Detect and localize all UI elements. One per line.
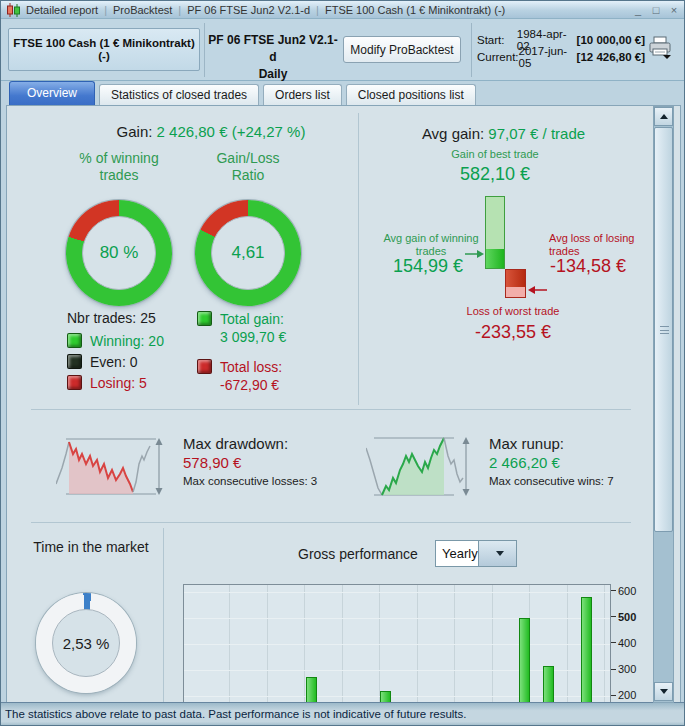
nbr-trades-label: Nbr trades: 25 [67,310,156,326]
avg-loss-label: Avg loss of losing trades [549,232,641,258]
winning-count: Winning: 20 [90,333,164,349]
avg-win-value: 154,99 € [369,256,487,277]
column-divider [358,113,359,405]
even-count: Even: 0 [90,354,137,370]
instrument-box[interactable]: FTSE 100 Cash (1 € Minikontrakt) (-) [8,28,200,71]
titlebar[interactable]: Detailed report | ProBacktest | PF 06 FT… [1,1,684,19]
total-gain-row: Total gain: [197,311,286,327]
title-separator: | [316,4,319,16]
avg-gain-label: Avg gain: [422,125,484,142]
gross-performance-chart [183,584,611,704]
time-in-market-title: Time in the market [31,539,151,556]
worst-trade-bar [505,269,526,298]
gross-performance-bar [581,597,592,704]
gain-summary: Gain: 2 426,80 € (+24,27 %) [61,123,361,140]
max-consecutive-wins: Max consecutive wins: 7 [489,472,614,490]
time-in-market-gauge: 2,53 % [36,593,136,693]
window-title-report: Detailed report [26,4,98,16]
winning-trades-donut: 80 % [66,200,172,306]
y-axis-tick: 200 [611,688,636,702]
worst-trade-value: -233,55 € [438,322,588,343]
title-separator: | [104,4,107,16]
gain-loss-ratio-donut: 4,61 [195,200,301,306]
report-tabs: Overview Statistics of closed trades Ord… [1,81,684,105]
section-divider [31,409,631,410]
window-title-strategy: PF 06 FTSE Jun2 V2.1-d [187,4,310,16]
period-dropdown-value: Yearly [436,546,478,561]
current-amount: [12 426,80 €] [577,51,645,63]
tab-closed-positions-list[interactable]: Closed positions list [346,84,476,105]
total-gain-swatch-icon [197,311,212,326]
legend-row-losing: Losing: 5 [67,372,164,393]
start-amount: [10 000,00 €] [577,34,645,46]
best-trade-label: Gain of best trade [421,148,569,161]
gross-performance-label: Gross performance [298,546,418,562]
avg-gain-summary: Avg gain: 97,07 € / trade [381,125,626,142]
losing-swatch-icon [67,375,82,390]
detailed-report-window: Detailed report | ProBacktest | PF 06 FT… [0,0,685,726]
strategy-title: PF 06 FTSE Jun2 V2.1-d [207,32,339,66]
drawdown-sparkline-icon [56,434,171,503]
total-loss-swatch-icon [197,359,212,374]
chart-gridline [184,644,610,645]
gain-value: 2 426,80 € (+24,27 %) [157,123,306,140]
max-drawdown-block: Max drawdown: 578,90 € Max consecutive l… [183,434,317,490]
window-controls: _ □ × [632,4,680,16]
scrollbar-up-icon[interactable] [654,107,673,126]
total-loss-value: -672,90 € [220,377,286,393]
start-label: Start: [477,34,517,46]
best-trade-value: 582,10 € [420,164,570,185]
trades-legend: Winning: 20 Even: 0 Losing: 5 [67,330,164,393]
vertical-scrollbar[interactable] [653,106,674,703]
chart-gridline [184,592,610,593]
tab-statistics-of-closed-trades[interactable]: Statistics of closed trades [99,84,259,105]
modify-probacktest-button[interactable]: Modify ProBacktest [343,36,461,63]
maximize-icon[interactable]: □ [650,4,662,16]
ratio-donut-value: 4,61 [195,200,301,306]
window-title-instrument: FTSE 100 Cash (1 € Minikontrakt) (-) [325,4,505,16]
losing-count: Losing: 5 [90,375,147,391]
tab-orders-list[interactable]: Orders list [263,84,342,105]
header-divider [471,23,472,77]
tab-overview[interactable]: Overview [9,81,95,105]
avg-loss-value: -134,58 € [550,256,632,277]
y-axis-tick: 500 [611,610,636,624]
close-icon[interactable]: × [668,4,680,16]
winning-donut-value: 80 % [66,200,172,306]
gross-performance-bar [543,666,554,704]
total-loss-label: Total loss: [220,359,282,375]
window-title-module: ProBacktest [113,4,172,16]
total-loss-row: Total loss: [197,359,286,375]
totals-legend: Total gain: 3 099,70 € Total loss: -672,… [197,311,286,393]
scrollbar-down-icon[interactable] [654,682,673,701]
max-runup-value: 2 466,20 € [489,453,614,472]
max-drawdown-value: 578,90 € [183,453,317,472]
minimize-icon[interactable]: _ [632,4,644,16]
legend-row-even: Even: 0 [67,351,164,372]
legend-row-winning: Winning: 20 [67,330,164,351]
gain-label: Gain: [117,123,153,140]
statusbar: The statistics above relate to past data… [1,702,684,725]
time-in-market-value: 2,53 % [36,593,136,693]
strategy-name: PF 06 FTSE Jun2 V2.1-d Daily [207,32,339,83]
avg-gain-value: 97,07 € / trade [488,125,585,142]
winning-donut-title: % of winning trades [61,150,177,184]
total-gain-value: 3 099,70 € [220,329,286,345]
best-trade-bar [485,196,505,269]
print-icon[interactable] [647,35,673,65]
max-consecutive-losses: Max consecutive losses: 3 [183,472,317,490]
max-drawdown-label: Max drawdown: [183,434,317,453]
header-divider [204,23,205,77]
report-header: FTSE 100 Cash (1 € Minikontrakt) (-) PF … [1,19,684,81]
scrollbar-thumb[interactable] [654,127,673,532]
current-label: Current: [477,51,519,63]
title-separator: | [178,4,181,16]
max-runup-block: Max runup: 2 466,20 € Max consecutive wi… [489,434,614,490]
winning-swatch-icon [67,333,82,348]
worst-trade-label: Loss of worst trade [433,305,593,318]
arrow-left-icon [528,281,547,299]
period-dropdown[interactable]: Yearly [435,540,517,567]
bottom-divider [163,528,164,702]
y-axis-tick: 400 [611,636,636,650]
dropdown-arrow-icon[interactable] [478,541,516,566]
